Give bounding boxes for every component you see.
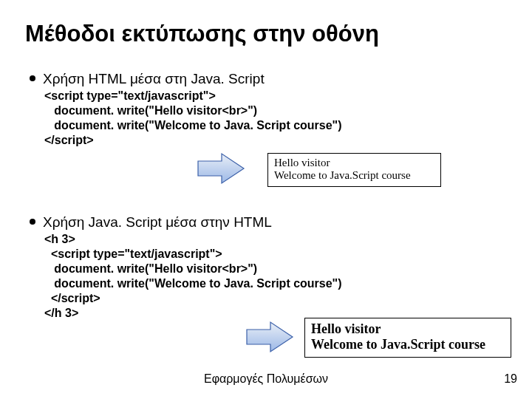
page-number: 19 [504, 372, 517, 386]
bullet-dot-icon [30, 219, 35, 225]
arrow-icon [195, 151, 248, 188]
code-block-2: <h 3> <script type="text/javascript"> do… [44, 232, 342, 321]
output-2-line-1: Hello visitor [311, 321, 505, 337]
output-2-line-2: Welcome to Java.Script course [311, 337, 505, 352]
svg-marker-0 [198, 154, 244, 183]
output-box-2: Hello visitor Welcome to Java.Script cou… [304, 318, 511, 358]
bullet-1: Χρήση HTML μέσα στη Java. Script [43, 71, 265, 88]
arrow-icon [244, 319, 297, 356]
footer-text: Εφαρμογές Πολυμέσων [0, 372, 532, 386]
bullet-1-text: Χρήση HTML μέσα στη Java. Script [43, 71, 265, 86]
bullet-2: Χρήση Java. Script μέσα στην HTML [43, 214, 272, 231]
slide-title: Μέθοδοι εκτύπωσης στην οθόνη [25, 21, 379, 47]
bullet-2-text: Χρήση Java. Script μέσα στην HTML [43, 214, 272, 230]
output-box-1: Hello visitor Welcome to Java.Script cou… [267, 153, 441, 187]
output-1-line-2: Welcome to Java.Script course [274, 169, 434, 182]
code-block-1: <script type="text/javascript"> document… [44, 89, 342, 148]
output-1-line-1: Hello visitor [274, 157, 434, 169]
svg-marker-1 [247, 322, 293, 352]
bullet-dot-icon [30, 75, 35, 81]
